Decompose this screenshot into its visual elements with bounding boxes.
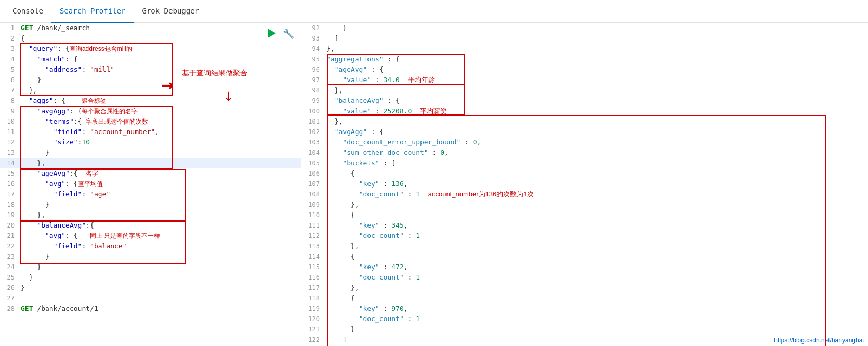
run-button[interactable] [266, 27, 278, 39]
resp-line-116: 116 "doc_count" : 1 [301, 272, 868, 283]
tab-console[interactable]: Console [4, 0, 51, 23]
tab-bar: Console Search Profiler Grok Debugger [0, 0, 868, 23]
resp-line-108: 108 "doc_count" : 1 account_number为136的次… [301, 189, 868, 199]
resp-line-95: 95 "aggregations" : { [301, 54, 868, 64]
code-line-7: 7 }, [0, 85, 301, 96]
code-line-2: 2 { [0, 33, 301, 44]
code-line-24: 24 } [0, 262, 301, 272]
resp-line-120: 120 "doc_count" : 1 [301, 314, 868, 324]
code-line-12: 12 "size":10 [0, 137, 301, 148]
code-line-17: 17 "field": "age" [0, 189, 301, 199]
code-line-25: 25 } [0, 272, 301, 283]
code-line-6: 6 } [0, 75, 301, 85]
code-line-8: 8 "aggs": { 聚合标签 [0, 96, 301, 106]
resp-line-110: 110 { [301, 210, 868, 220]
url-bar: https://blog.csdn.net/hanyanghai [774, 337, 864, 344]
code-line-11: 11 "field": "account_number", [0, 127, 301, 137]
resp-line-104: 104 "sum_other_doc_count" : 0, [301, 148, 868, 158]
resp-line-96: 96 "ageAvg" : { [301, 64, 868, 75]
resp-line-94: 94 }, [301, 44, 868, 54]
main-container: 🔧 1 GET /bank/_search 2 { 3 "query": {查询… [0, 23, 868, 346]
resp-line-92: 92 } [301, 23, 868, 33]
response-content[interactable]: 92 } 93 ] 94 }, 95 "aggregations" : { 96 [301, 23, 868, 346]
play-icon [268, 29, 276, 38]
resp-line-102: 102 "avgAgg" : { [301, 127, 868, 137]
code-line-13: 13 } [0, 148, 301, 158]
code-line-9: 9 "avgAgg": {每个聚合属性的名字 [0, 106, 301, 116]
code-line-20: 20 "balanceAvg":{ [0, 220, 301, 231]
code-line-4: 4 "match": { [0, 54, 301, 64]
resp-line-111: 111 "key" : 345, [301, 220, 868, 231]
tab-grok-debugger[interactable]: Grok Debugger [134, 0, 207, 23]
resp-line-121: 121 } [301, 324, 868, 335]
resp-line-100: 100 "value" : 25208.0 平均薪资 [301, 106, 868, 116]
resp-line-101: 101 }, [301, 116, 868, 127]
resp-line-107: 107 "key" : 136, [301, 179, 868, 189]
resp-line-97: 97 "value" : 34.0 平均年龄 [301, 75, 868, 85]
code-line-23: 23 } [0, 251, 301, 262]
resp-line-93: 93 ] [301, 33, 868, 44]
resp-line-119: 119 "key" : 970, [301, 303, 868, 314]
code-line-27: 27 [0, 293, 301, 303]
resp-line-105: 105 "buckets" : [ [301, 158, 868, 168]
tab-search-profiler[interactable]: Search Profiler [51, 0, 134, 23]
resp-line-114: 114 { [301, 251, 868, 262]
code-line-10: 10 "terms":{ 字段出现这个值的次数 [0, 116, 301, 127]
resp-line-103: 103 "doc_count_error_upper_bound" : 0, [301, 137, 868, 148]
editor-panel: 🔧 1 GET /bank/_search 2 { 3 "query": {查询… [0, 23, 301, 346]
resp-line-106: 106 { [301, 168, 868, 179]
editor-toolbar: 🔧 [266, 27, 295, 39]
resp-line-113: 113 }, [301, 241, 868, 251]
code-line-22: 22 "field": "balance" [0, 241, 301, 251]
code-line-26: 26 } [0, 283, 301, 293]
code-line-16: 16 "avg": {查平均值 [0, 179, 301, 189]
resp-line-112: 112 "doc_count" : 1 [301, 231, 868, 241]
code-line-28: 28 GET /bank/account/1 [0, 303, 301, 314]
code-line-14: 14 }, [0, 158, 301, 168]
code-line-1: 1 GET /bank/_search [0, 23, 301, 33]
resp-line-115: 115 "key" : 472, [301, 262, 868, 272]
resp-line-117: 117 }, [301, 283, 868, 293]
response-panel: 92 } 93 ] 94 }, 95 "aggregations" : { 96 [301, 23, 868, 346]
resp-line-99: 99 "balanceAvg" : { [301, 96, 868, 106]
resp-line-109: 109 }, [301, 199, 868, 210]
code-line-15: 15 "ageAvg":{ 名字 [0, 168, 301, 179]
code-line-21: 21 "avg": { 同上 只是查的字段不一样 [0, 231, 301, 241]
code-line-19: 19 }, [0, 210, 301, 220]
resp-line-118: 118 { [301, 293, 868, 303]
settings-button[interactable]: 🔧 [282, 27, 295, 39]
resp-line-98: 98 }, [301, 85, 868, 96]
code-line-18: 18 } [0, 199, 301, 210]
code-line-5: 5 "address": "mill" [0, 64, 301, 75]
editor-content[interactable]: 1 GET /bank/_search 2 { 3 "query": {查询ad… [0, 23, 301, 346]
code-line-3: 3 "query": {查询address包含mill的 [0, 44, 301, 54]
